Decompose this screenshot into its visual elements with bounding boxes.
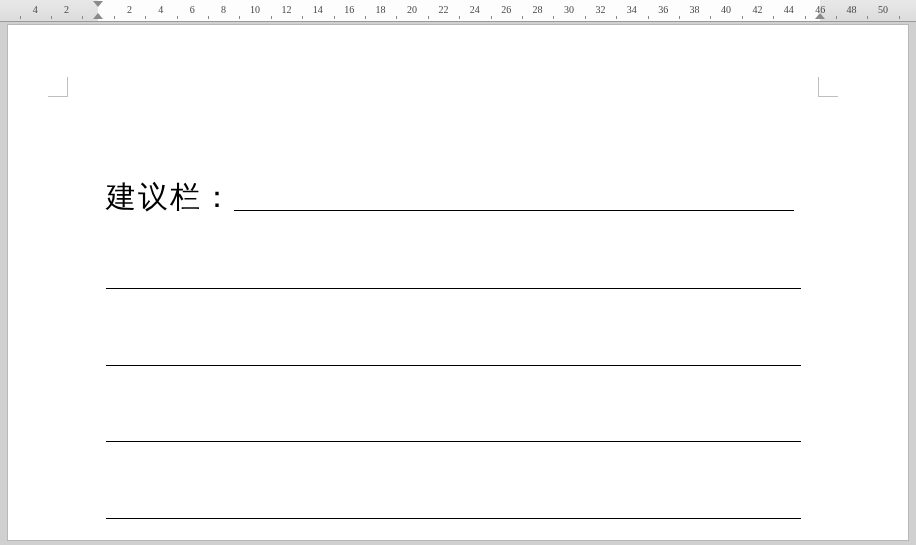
ruler-minor-tick [805, 16, 806, 19]
ruler-tick: 30 [564, 4, 574, 15]
ruler-minor-tick [302, 16, 303, 19]
ruler-tick: 4 [158, 4, 163, 15]
blank-line[interactable] [106, 403, 808, 458]
ruler-minor-tick [145, 16, 146, 19]
ruler-minor-tick [867, 16, 868, 19]
hanging-indent-icon[interactable] [93, 13, 103, 19]
horizontal-ruler[interactable]: 4224681012141618202224262830323436384042… [0, 0, 916, 22]
ruler-minor-tick [428, 16, 429, 19]
ruler-minor-tick [553, 16, 554, 19]
ruler-tick: 4 [33, 4, 38, 15]
ruler-tick: 2 [127, 4, 132, 15]
ruler-tick: 34 [627, 4, 637, 15]
ruler-minor-tick [899, 16, 900, 19]
blank-underline[interactable] [234, 182, 794, 211]
ruler-tick: 42 [752, 4, 762, 15]
ruler-minor-tick [239, 16, 240, 19]
ruler-minor-tick [648, 16, 649, 19]
ruler-minor-tick [836, 16, 837, 19]
ruler-tick: 24 [470, 4, 480, 15]
ruler-minor-tick [271, 16, 272, 19]
ruler-minor-tick [710, 16, 711, 19]
ruler-minor-tick [616, 16, 617, 19]
ruler-tick: 12 [281, 4, 291, 15]
ruler-minor-tick [491, 16, 492, 19]
ruler-tick: 8 [221, 4, 226, 15]
ruler-tick: 36 [658, 4, 668, 15]
blank-line[interactable] [106, 327, 808, 382]
ruler-minor-tick [334, 16, 335, 19]
blank-underline[interactable] [106, 490, 801, 519]
ruler-tick: 22 [438, 4, 448, 15]
ruler-tick: 32 [595, 4, 605, 15]
ruler-tick: 40 [721, 4, 731, 15]
ruler-minor-tick [208, 16, 209, 19]
ruler-minor-tick [679, 16, 680, 19]
suggestion-label: 建议栏： [106, 180, 234, 213]
ruler-minor-tick [773, 16, 774, 19]
ruler-tick: 6 [190, 4, 195, 15]
document-body[interactable]: 建议栏： [106, 165, 808, 541]
ruler-tick: 10 [250, 4, 260, 15]
ruler-tick: 18 [376, 4, 386, 15]
ruler-minor-tick [114, 16, 115, 19]
ruler-tick: 38 [690, 4, 700, 15]
ruler-minor-tick [459, 16, 460, 19]
blank-underline[interactable] [106, 414, 801, 443]
ruler-minor-tick [82, 16, 83, 19]
ruler-minor-tick [522, 16, 523, 19]
ruler-minor-tick [365, 16, 366, 19]
first-line-indent-icon[interactable] [93, 1, 103, 7]
ruler-minor-tick [51, 16, 52, 19]
ruler-minor-tick [585, 16, 586, 19]
blank-underline[interactable] [106, 260, 801, 289]
ruler-tick: 20 [407, 4, 417, 15]
ruler-minor-tick [177, 16, 178, 19]
ruler-minor-tick [742, 16, 743, 19]
heading-line[interactable]: 建议栏： [106, 165, 808, 228]
blank-underline[interactable] [106, 337, 801, 366]
ruler-tick: 2 [64, 4, 69, 15]
margin-corner-top-right [818, 77, 838, 97]
margin-corner-top-left [48, 77, 68, 97]
ruler-minor-tick [396, 16, 397, 19]
ruler-tick: 50 [878, 4, 888, 15]
ruler-tick: 28 [533, 4, 543, 15]
ruler-tick: 16 [344, 4, 354, 15]
blank-line[interactable] [106, 250, 808, 305]
ruler-tick: 26 [501, 4, 511, 15]
document-page[interactable]: 建议栏： [7, 24, 909, 541]
ruler-tick: 44 [784, 4, 794, 15]
ruler-tick: 14 [313, 4, 323, 15]
ruler-minor-tick [20, 16, 21, 19]
ruler-tick: 46 [815, 4, 825, 15]
blank-line[interactable] [106, 480, 808, 535]
ruler-tick: 48 [847, 4, 857, 15]
